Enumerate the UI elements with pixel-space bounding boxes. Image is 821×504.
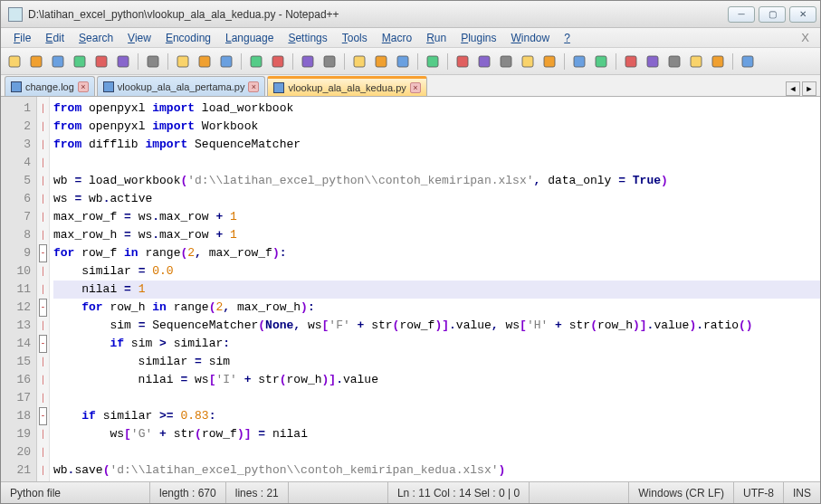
code-line[interactable]	[53, 154, 820, 172]
toolbar-cut-button[interactable]	[173, 52, 193, 71]
toolbar-play3-button[interactable]	[686, 52, 706, 71]
code-line[interactable]: ws['G' + str(row_f)] = nilai	[53, 425, 820, 443]
toolbar-indent-button[interactable]	[474, 52, 494, 71]
toolbar-new-button[interactable]	[5, 52, 24, 71]
fold-toggle[interactable]: -	[37, 299, 49, 317]
toolbar-undo-button[interactable]	[246, 52, 266, 71]
toolbar-stop-button[interactable]	[708, 52, 728, 71]
toolbar-find-button[interactable]	[298, 52, 318, 71]
toolbar-save-button[interactable]	[48, 52, 68, 71]
menu-edit[interactable]: Edit	[38, 29, 72, 47]
menu-encoding[interactable]: Encoding	[158, 29, 218, 47]
menu-search[interactable]: Search	[72, 29, 120, 47]
menu-plugins[interactable]: Plugins	[453, 29, 503, 47]
code-line[interactable]: wb = load_workbook('d:\\latihan_excel_py…	[53, 172, 820, 190]
menu-settings[interactable]: Settings	[281, 29, 334, 47]
toolbar-redo-button[interactable]	[268, 52, 288, 71]
toolbar-save-all-button[interactable]	[70, 52, 90, 71]
line-number: 16	[1, 371, 31, 389]
code-line[interactable]: sim = SequenceMatcher(None, ws['F' + str…	[53, 317, 820, 335]
code-area[interactable]: from openpyxl import load_workbookfrom o…	[50, 97, 820, 481]
code-line[interactable]: max_row_h = ws.max_row + 1	[53, 226, 820, 244]
code-line[interactable]	[53, 443, 820, 461]
code-line[interactable]: similar = 0.0	[53, 262, 820, 281]
fold-toggle[interactable]: -	[37, 407, 49, 425]
fold-toggle[interactable]: -	[37, 244, 49, 262]
line-number: 1	[1, 100, 31, 118]
toolbar-zoom-out-button[interactable]	[371, 52, 391, 71]
svg-rect-19	[479, 56, 490, 67]
fold-column[interactable]: ││││││││-││-│-│││-│││	[37, 97, 50, 481]
menu-run[interactable]: Run	[419, 29, 453, 47]
fold-line: │	[37, 443, 49, 461]
toolbar-bookmark-button[interactable]	[569, 52, 589, 71]
close-button[interactable]: ✕	[789, 6, 816, 23]
code-line[interactable]	[53, 389, 820, 407]
fold-toggle[interactable]: -	[37, 335, 49, 353]
svg-rect-14	[354, 56, 365, 67]
line-number: 15	[1, 353, 31, 371]
status-position: Ln : 11 Col : 14 Sel : 0 | 0	[388, 482, 530, 503]
tab-1[interactable]: vlookup_ala_ala_pertama.py×	[97, 76, 266, 96]
toolbar-comment-button[interactable]	[539, 52, 559, 71]
code-line[interactable]: similar = sim	[53, 353, 820, 371]
fold-line: │	[37, 154, 49, 172]
toolbar-play2-button[interactable]	[664, 52, 684, 71]
toolbar-wrap-button[interactable]	[423, 52, 443, 71]
tab-close-icon[interactable]: ×	[410, 82, 421, 93]
line-number: 17	[1, 389, 31, 407]
toolbar-zoom-in-button[interactable]	[349, 52, 369, 71]
tab-scroll-right[interactable]: ►	[802, 81, 816, 96]
tab-2[interactable]: vlookup_ala_ala_kedua.py×	[267, 76, 426, 96]
toolbar-close-button[interactable]	[91, 52, 111, 71]
tab-close-icon[interactable]: ×	[78, 81, 89, 92]
tab-scroll-left[interactable]: ◄	[786, 81, 800, 96]
menu-macro[interactable]: Macro	[375, 29, 419, 47]
file-icon	[273, 82, 284, 93]
line-number: 18	[1, 407, 31, 425]
menu-close-doc[interactable]: X	[796, 29, 815, 46]
maximize-button[interactable]: ▢	[759, 6, 786, 23]
toolbar-invis-button[interactable]	[453, 52, 473, 71]
code-line[interactable]: for row_f in range(2, max_row_f):	[53, 244, 820, 262]
toolbar-play-button[interactable]	[643, 52, 663, 71]
toolbar-replace-button[interactable]	[320, 52, 339, 71]
minimize-button[interactable]: ─	[728, 6, 755, 23]
code-line[interactable]: if sim > similar:	[53, 335, 820, 353]
toolbar	[1, 48, 820, 75]
code-line[interactable]: if similar >= 0.83:	[53, 407, 820, 425]
toolbar-copy-button[interactable]	[195, 52, 215, 71]
toolbar-rec-button[interactable]	[621, 52, 641, 71]
toolbar-close-all-button[interactable]	[113, 52, 133, 71]
toolbar-fold-button[interactable]	[496, 52, 516, 71]
tab-close-icon[interactable]: ×	[248, 81, 259, 92]
svg-rect-15	[376, 56, 387, 67]
toolbar-sync-button[interactable]	[393, 52, 413, 71]
code-line[interactable]: max_row_f = ws.max_row + 1	[53, 208, 820, 226]
code-line[interactable]: nilai = ws['I' + str(row_h)].value	[53, 371, 820, 389]
menu-view[interactable]: View	[120, 29, 158, 47]
toolbar-print-button[interactable]	[143, 52, 163, 71]
menu-language[interactable]: Language	[218, 29, 281, 47]
line-number: 20	[1, 443, 31, 461]
code-line[interactable]: ws = wb.active	[53, 190, 820, 208]
toolbar-abc-button[interactable]	[738, 52, 758, 71]
code-line[interactable]: for row_h in range(2, max_row_h):	[53, 299, 820, 317]
code-line[interactable]: from openpyxl import load_workbook	[53, 100, 820, 118]
code-line[interactable]: from openpyxl import Workbook	[53, 118, 820, 136]
code-line[interactable]: wb.save('d:\\latihan_excel_python\\conto…	[53, 461, 820, 480]
menu-tools[interactable]: Tools	[335, 29, 375, 47]
menu-window[interactable]: Window	[504, 29, 558, 47]
toolbar-func-button[interactable]	[591, 52, 611, 71]
code-line[interactable]: nilai = 1	[53, 281, 820, 299]
svg-rect-21	[522, 56, 533, 67]
toolbar-open-button[interactable]	[26, 52, 46, 71]
code-line[interactable]: from difflib import SequenceMatcher	[53, 136, 820, 154]
toolbar-paste-button[interactable]	[216, 52, 236, 71]
menu-file[interactable]: File	[6, 29, 38, 47]
toolbar-unfold-button[interactable]	[518, 52, 538, 71]
editor[interactable]: 123456789101112131415161718192021 ││││││…	[1, 97, 820, 481]
tab-0[interactable]: change.log×	[5, 76, 95, 96]
statusbar: Python file length : 670 lines : 21 Ln :…	[1, 481, 820, 503]
menu-help[interactable]: ?	[557, 29, 578, 47]
